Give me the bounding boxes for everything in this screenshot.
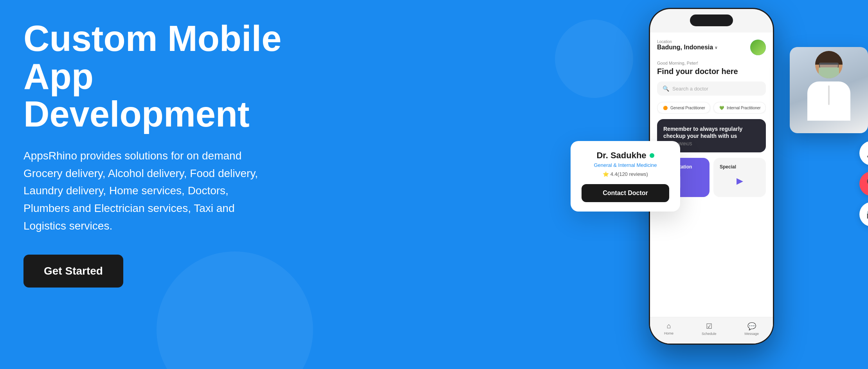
star-icon: ⭐	[603, 171, 609, 177]
video-call-overlay	[790, 47, 868, 133]
stethoscope	[828, 85, 830, 105]
main-title: Custom Mobile App Development	[23, 20, 297, 133]
nav-message[interactable]: 💬 Message	[744, 322, 759, 336]
pill-internal[interactable]: 💚 Internal Practitioner	[713, 102, 766, 114]
camera-icon: 📷	[866, 209, 868, 219]
mic-off-icon: 🎤	[866, 148, 868, 158]
home-label: Home	[664, 331, 674, 335]
call-controls: 🎤 📞 📷	[859, 141, 868, 226]
search-placeholder: Search a doctor	[672, 86, 708, 92]
hero-section: Custom Mobile App Development AppsRhino …	[23, 20, 297, 288]
location-label: Location	[657, 40, 717, 44]
doctor-name: Dr. Sadukhe	[596, 150, 646, 161]
description-text: AppsRhino provides solutions for on dema…	[23, 147, 274, 235]
doctor-specialty: General & Internal Medicine	[582, 162, 669, 168]
special-label: Special	[720, 164, 760, 170]
avatar-image	[750, 40, 766, 55]
doctor-body	[807, 81, 850, 121]
internal-icon: 💚	[719, 105, 725, 111]
service-card-special[interactable]: Special ▶	[713, 158, 766, 197]
message-icon: 💬	[747, 322, 756, 331]
hangup-button[interactable]: 📞	[859, 172, 868, 196]
doctor-silhouette	[798, 51, 860, 129]
location-block: Location Badung, Indonesia ∨	[657, 40, 717, 51]
get-started-button[interactable]: Get Started	[23, 255, 123, 288]
special-icon: ▶	[737, 176, 743, 186]
reminder-text: Remember to always regularly checkup you…	[663, 125, 760, 139]
nav-home[interactable]: ⌂ Home	[664, 322, 674, 336]
find-doctor-title: Find your doctor here	[657, 67, 766, 76]
chevron-down-icon: ∨	[715, 45, 717, 50]
search-icon: 🔍	[663, 85, 669, 92]
schedule-icon: ☑	[706, 322, 712, 331]
phone-mockup: Location Badung, Indonesia ∨ Good Mornin…	[649, 8, 782, 360]
doctor-rating: ⭐ 4.4(120 reviews)	[582, 171, 669, 177]
video-button[interactable]: 📷	[859, 202, 868, 226]
message-label: Message	[744, 332, 759, 336]
category-pills: 🟠 General Practitioner 💚 Internal Practi…	[657, 102, 766, 114]
general-icon: 🟠	[662, 105, 668, 111]
nav-schedule[interactable]: ☑ Schedule	[702, 322, 717, 336]
greeting-text: Good Morning, Peter!	[657, 61, 766, 65]
avatar	[750, 40, 766, 55]
location-name: Badung, Indonesia ∨	[657, 44, 717, 51]
schedule-label: Schedule	[702, 332, 717, 336]
search-bar[interactable]: 🔍 Search a doctor	[657, 81, 766, 96]
pill-general-label: General Practitioner	[670, 106, 705, 110]
dynamic-island	[690, 14, 733, 26]
video-background	[790, 47, 868, 133]
phone-header: Location Badung, Indonesia ∨	[657, 40, 766, 55]
doctor-card: Dr. Sadukhe General & Internal Medicine …	[571, 141, 680, 212]
pill-general[interactable]: 🟠 General Practitioner	[657, 102, 710, 114]
doctor-name-row: Dr. Sadukhe	[582, 150, 669, 161]
bottom-nav: ⌂ Home ☑ Schedule 💬 Message	[650, 317, 773, 344]
home-icon: ⌂	[667, 322, 671, 330]
online-status-dot	[650, 153, 654, 158]
doctor-mask	[819, 67, 839, 78]
mute-button[interactable]: 🎤	[859, 141, 868, 165]
contact-doctor-button[interactable]: Contact Doctor	[582, 184, 669, 202]
doctor-head	[815, 51, 843, 78]
pill-internal-label: Internal Practitioner	[727, 106, 761, 110]
hangup-icon: 📞	[866, 179, 868, 189]
